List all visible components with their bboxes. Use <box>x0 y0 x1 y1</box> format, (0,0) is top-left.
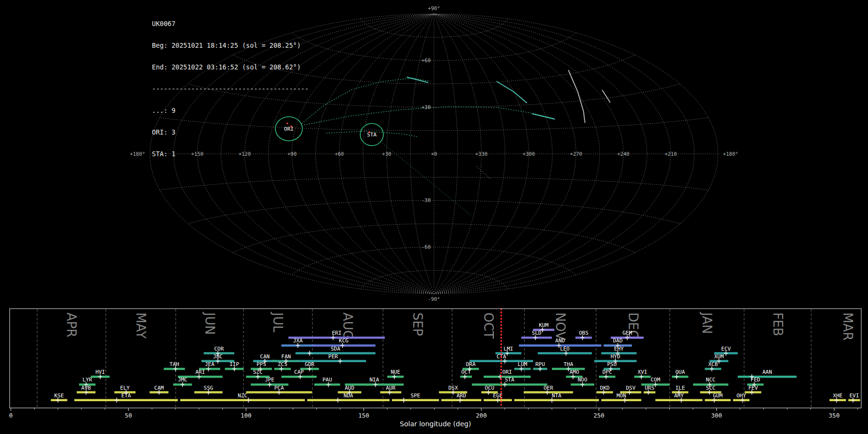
shower-label-ELY: ELY <box>120 385 130 391</box>
end-time: End: 20251022 03:16:52 (sol = 208.62°) <box>152 64 309 71</box>
map-grid-meridian <box>434 14 647 294</box>
shower-label-URS: URS <box>645 385 654 391</box>
shower-label-NCC: NCC <box>706 377 716 383</box>
meteor-dot <box>368 131 370 133</box>
map-lon-label: +270 <box>570 151 582 157</box>
shower-label-FEV: FEV <box>748 385 758 391</box>
shower-label-COM: COM <box>651 377 660 383</box>
map-lon-label: +300 <box>523 151 535 157</box>
shower-label-XVI: XVI <box>637 369 647 375</box>
shower-label-OHY: OHY <box>736 393 746 399</box>
shower-label-QUA: QUA <box>675 369 685 375</box>
map-lat-label: +90° <box>428 5 440 11</box>
x-axis-title: Solar longitude (deg) <box>400 420 471 428</box>
shower-label-PPS: PPS <box>257 361 266 367</box>
shower-label-NDA: NDA <box>344 393 353 399</box>
shower-label-OCT: OCT <box>461 369 471 375</box>
shower-label-PCA: PCA <box>274 385 284 391</box>
shower-label-THA: THA <box>564 361 573 367</box>
shower-label-TAH: TAH <box>170 361 179 367</box>
shower-label-KSE: KSE <box>54 393 64 399</box>
map-lon-label: +330 <box>475 151 488 157</box>
shower-label-LEO: LEO <box>560 346 570 352</box>
shower-label-LYR: LYR <box>82 377 92 383</box>
shower-label-JEA: JEA <box>205 361 215 367</box>
shower-label-NZC: NZC <box>238 393 247 399</box>
shower-label-LUM: LUM <box>518 361 528 367</box>
x-tick-label: 150 <box>358 412 369 419</box>
shower-label-OBS: OBS <box>579 330 588 336</box>
shower-label-KCG: KCG <box>339 338 349 344</box>
observation-info: UK0067 Beg: 20251021 18:14:25 (sol = 208… <box>152 6 309 165</box>
shower-label-XCB: XCB <box>708 361 718 367</box>
meteor-trail <box>302 78 429 123</box>
info-divider: ---------------------------------------- <box>152 85 309 93</box>
shower-label-MON: MON <box>616 393 626 399</box>
shower-label-PER: PER <box>328 353 338 360</box>
radiant-label-STA: STA <box>367 132 377 138</box>
shower-label-DSV: DSV <box>626 385 636 391</box>
map-lat-label: -60 <box>421 244 431 250</box>
month-label-JUN: JUN <box>203 312 217 335</box>
shower-label-SLD: SLD <box>532 330 542 336</box>
x-tick-label: 100 <box>241 412 252 419</box>
shower-label-SDA: SDA <box>331 346 340 352</box>
shower-label-HVI: HVI <box>95 369 105 375</box>
map-grid-meridian <box>410 14 434 294</box>
month-label-NOV: NOV <box>553 312 568 340</box>
map-lon-label: +0 <box>431 151 437 157</box>
begin-time: Beg: 20251021 18:14:25 (sol = 208.25°) <box>152 42 309 49</box>
map-lon-label: +180° <box>723 151 738 157</box>
shower-label-PAU: PAU <box>323 377 332 383</box>
shower-label-NIA: NIA <box>369 377 379 383</box>
shower-label-DAD: DAD <box>613 338 623 344</box>
x-tick-label: 350 <box>829 412 840 419</box>
month-label-MAR: MAR <box>841 312 855 340</box>
shower-label-KUM: KUM <box>539 322 548 328</box>
month-label-MAY: MAY <box>134 312 148 339</box>
shower-label-IIP: IIP <box>230 361 239 367</box>
meteor-trail <box>569 70 585 122</box>
meteor-trail <box>532 114 555 119</box>
shower-label-AND: AND <box>556 338 565 344</box>
month-label-SEP: SEP <box>410 312 425 336</box>
map-grid-meridian <box>434 14 576 294</box>
meteor-trail <box>476 166 490 179</box>
shower-label-DRA: DRA <box>466 361 475 367</box>
shower-label-JPE: JPE <box>265 377 274 383</box>
shower-label-JMC: JMC <box>178 377 188 383</box>
shower-label-DSX: DSX <box>448 385 458 391</box>
shower-label-AVB: AVB <box>81 385 91 391</box>
shower-label-ETA: ETA <box>122 393 131 399</box>
station-id: UK0067 <box>152 20 309 27</box>
shower-label-NTA: NTA <box>552 393 561 399</box>
x-tick-label: 50 <box>125 412 132 419</box>
x-tick-label: 250 <box>594 412 605 419</box>
shower-label-SCC: SCC <box>706 385 716 391</box>
shower-label-GDR: GDR <box>305 361 314 367</box>
meteor-radiant-report: { "info": { "lines": [ "UK0067", "Beg: 2… <box>0 0 868 434</box>
shower-label-STA: STA <box>505 377 515 383</box>
shower-label-ARD: ARD <box>457 393 466 399</box>
map-lon-label: +30 <box>382 151 391 157</box>
count-sta: STA: 1 <box>152 150 309 158</box>
month-label-OCT: OCT <box>481 312 496 339</box>
shower-label-AAN: AAN <box>762 369 772 375</box>
shower-label-XHE: XHE <box>833 393 842 399</box>
shower-label-FAN: FAN <box>281 353 291 360</box>
shower-label-OER: OER <box>543 385 553 391</box>
x-tick-label: 200 <box>476 412 487 419</box>
map-grid-meridian <box>434 14 505 294</box>
shower-label-ORI: ORI <box>502 369 512 375</box>
month-label-JUL: JUL <box>271 312 285 333</box>
shower-label-JBC: JBC <box>213 353 223 360</box>
month-label-FEB: FEB <box>771 312 785 336</box>
map-lon-label: +60 <box>335 151 344 157</box>
shower-label-SZC: SZC <box>253 369 263 375</box>
shower-label-AMO: AMO <box>570 369 579 375</box>
meteor-trail <box>382 143 471 216</box>
meteor-trail <box>602 90 610 102</box>
shower-label-FED: FED <box>751 377 760 383</box>
shower-label-CAN: CAN <box>260 353 270 360</box>
map-lat-label: +30 <box>421 104 431 110</box>
